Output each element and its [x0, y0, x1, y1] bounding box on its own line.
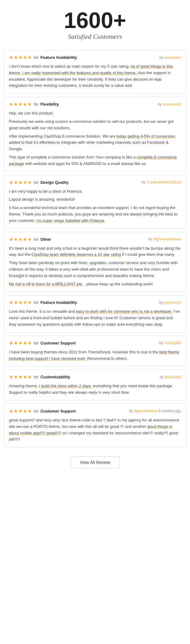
stars: ★★★★★ [9, 374, 32, 380]
category-label: Customer Support [40, 409, 76, 413]
review-header-left: ★★★★★ for Customer Support [9, 408, 76, 414]
review-text: great support!! and very very nice theme… [9, 417, 181, 443]
by-author: by CreativeWorksOficial [142, 180, 181, 184]
review-text: Previously we were using custom e-commer… [9, 119, 181, 131]
review-text: Hey, we use this product. [9, 110, 181, 117]
review-card: ★★★★★ for Feature Availability by dmtrad… [4, 50, 186, 94]
review-body: It's been a long road and only a fool or… [9, 245, 181, 288]
review-body: I don't know which one to select as main… [9, 63, 181, 89]
by-author: by dgmaximiliano 8 months ago [129, 409, 181, 413]
category-label: Feature Availability [40, 300, 77, 305]
review-card: ★★★★★ for Design Quality by CreativeWork… [4, 175, 186, 229]
for-label: for [34, 237, 39, 242]
review-card: ★★★★★ for Customer Support by dgmaximili… [4, 404, 186, 447]
header-section: 1600+ Satisfied Customers [0, 0, 190, 47]
stars: ★★★★★ [9, 340, 32, 346]
by-author: by dmtraders [159, 55, 181, 60]
review-header: ★★★★★ for Feature Availability by dmtrad… [9, 54, 181, 60]
review-header-left: ★★★★★ for Other [9, 236, 51, 242]
review-card: ★★★★★ for Customizability by IslamDiab A… [4, 369, 186, 400]
big-number: 1600+ [6, 9, 184, 31]
by-author: by IslamDiab [160, 375, 181, 379]
review-text: After implementing CiyaShop E-commerce S… [9, 133, 181, 152]
review-text: Layout design is amazing, wonderful! [9, 196, 181, 203]
reviews-list: ★★★★★ for Feature Availability by dmtrad… [0, 50, 190, 447]
review-body: I am very happy to be a client of Potenz… [9, 188, 181, 224]
for-label: for [34, 102, 39, 107]
review-header: ★★★★★ for Design Quality by CreativeWork… [9, 179, 181, 185]
review-header: ★★★★★ for Flexibility by sheknowsit [9, 101, 181, 107]
satisfied-text: Satisfied Customers [6, 33, 184, 41]
review-card: ★★★★★ for Other by HighHeelHeaven It's b… [4, 232, 186, 292]
review-header-left: ★★★★★ for Customer Support [9, 340, 76, 346]
review-header: ★★★★★ for Customer Support by dgmaximili… [9, 408, 181, 414]
review-text: I have been buying themes since 2012 fro… [9, 349, 181, 362]
review-header-left: ★★★★★ for Design Quality [9, 179, 68, 185]
timestamp: 8 months ago [159, 409, 181, 413]
review-header-left: ★★★★★ for Flexibility [9, 101, 59, 107]
stars: ★★★★★ [9, 101, 32, 107]
category-label: Customer Support [40, 341, 76, 345]
review-text: They have been perfectly on-point with f… [9, 260, 181, 279]
review-text: It has a wonderful technical team that p… [9, 205, 181, 224]
review-header: ★★★★★ for Customizability by IslamDiab [9, 374, 181, 380]
stars: ★★★★★ [9, 54, 32, 60]
for-label: for [34, 55, 39, 60]
review-body: Amazing theme, I build the store within … [9, 383, 181, 396]
author-name: CreativeWorksOficial [147, 180, 181, 184]
for-label: for [34, 375, 39, 379]
stars: ★★★★★ [9, 408, 32, 414]
view-all-button[interactable]: View All Review [70, 457, 120, 468]
review-text: My hat is off to them for a BRILLIANT jo… [9, 281, 181, 288]
view-all-section: View All Review [0, 450, 190, 474]
review-body: I have been buying themes since 2012 fro… [9, 349, 181, 362]
review-header: ★★★★★ for Other by HighHeelHeaven [9, 236, 181, 242]
review-header: ★★★★★ for Customer Support by Sohag306 [9, 340, 181, 346]
review-text: I don't know which one to select as main… [9, 63, 181, 89]
review-header-left: ★★★★★ for Feature Availability [9, 300, 77, 305]
review-header-left: ★★★★★ for Customizability [9, 374, 70, 380]
review-card: ★★★★★ for Feature Availability by parker… [4, 295, 186, 332]
category-label: Customizability [40, 375, 70, 379]
by-author: by parkercivs [159, 300, 181, 305]
category-label: Flexibility [40, 102, 59, 107]
for-label: for [34, 409, 39, 413]
by-author: by sheknowsit [158, 102, 181, 107]
review-body: Love this theme. It is so versatile and … [9, 308, 181, 328]
review-text: This type of complete e-commerce solutio… [9, 154, 181, 167]
review-card: ★★★★★ for Flexibility by sheknowsit Hey,… [4, 97, 186, 171]
category-label: Feature Availability [40, 55, 77, 60]
review-text: I am very happy to be a client of Potenz… [9, 188, 181, 195]
by-author: by HighHeelHeaven [148, 237, 181, 241]
for-label: for [34, 341, 39, 345]
review-text: Amazing theme, I build the store within … [9, 383, 181, 396]
for-label: for [34, 300, 39, 305]
review-card: ★★★★★ for Customer Support by Sohag306 I… [4, 336, 186, 367]
author-name: dgmaximiliano [134, 409, 158, 413]
review-text: Love this theme. It is so versatile and … [9, 308, 181, 328]
stars: ★★★★★ [9, 179, 32, 185]
by-author: by Sohag306 [159, 341, 181, 345]
author-name: sheknowsit [163, 102, 181, 107]
category-label: Design Quality [40, 180, 68, 185]
category-label: Other [40, 237, 51, 242]
stars: ★★★★★ [9, 300, 32, 305]
author-name: HighHeelHeaven [153, 237, 181, 241]
author-name: IslamDiab [165, 375, 181, 379]
review-body: Hey, we use this product. Previously we … [9, 110, 181, 167]
author-name: parkercivs [164, 300, 181, 305]
review-header-left: ★★★★★ for Feature Availability [9, 54, 77, 60]
stars: ★★★★★ [9, 236, 32, 242]
review-body: great support!! and very very nice theme… [9, 417, 181, 443]
author-name: Sohag306 [164, 341, 181, 345]
review-header: ★★★★★ for Feature Availability by parker… [9, 300, 181, 305]
author-name: dmtraders [164, 55, 181, 60]
for-label: for [34, 180, 39, 185]
review-text: It's been a long road and only a fool or… [9, 245, 181, 258]
